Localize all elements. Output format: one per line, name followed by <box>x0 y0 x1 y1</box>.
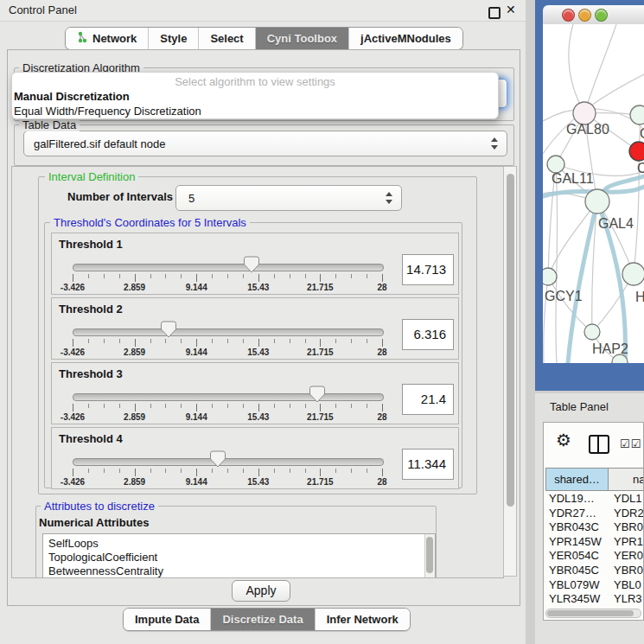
tab-impute-data[interactable]: Impute Data <box>124 609 211 630</box>
tab-style[interactable]: Style <box>149 28 199 49</box>
table-row[interactable]: YIL052CYIL0 <box>544 607 644 608</box>
tick <box>181 339 182 343</box>
table-row[interactable]: YDR27…YDR2 <box>544 507 644 521</box>
cell-name[interactable]: YDL1 <box>607 492 642 507</box>
slider-track[interactable] <box>73 458 384 466</box>
tick <box>119 469 120 473</box>
traffic-light-zoom-icon[interactable] <box>595 9 608 22</box>
threshold-value-field[interactable]: 11.344 <box>402 449 454 480</box>
cell-name[interactable]: YIL0 <box>607 607 637 608</box>
traffic-light-close-icon[interactable] <box>562 9 575 22</box>
table-row[interactable]: YDL19…YDL1 <box>544 492 644 507</box>
table-row[interactable]: YER054CYER0 <box>544 549 644 564</box>
float-window-icon[interactable] <box>488 7 501 19</box>
tab-jactivemnodules[interactable]: jActiveMNodules <box>349 28 462 49</box>
cell-name[interactable]: YBL0 <box>607 578 641 593</box>
apply-button[interactable]: Apply <box>232 580 290 602</box>
tick <box>382 469 383 476</box>
cell-name[interactable]: YDR2 <box>607 507 644 521</box>
tick-label: 9.144 <box>186 348 207 357</box>
tick <box>73 274 73 282</box>
table-row[interactable]: YBR045CYBR0 <box>544 564 644 578</box>
cell-shared-name[interactable]: YBL079W <box>544 578 607 593</box>
table-row[interactable]: YBL079WYBL0 <box>544 578 644 593</box>
attributes-group-title: Attributes to discretize <box>41 500 158 513</box>
tab-infer-network[interactable]: Infer Network <box>316 609 410 630</box>
cell-shared-name[interactable]: YBR043C <box>544 520 607 535</box>
cell-name[interactable]: YPR1 <box>607 535 643 550</box>
popup-item-select-algorithm-to-view-settings[interactable]: Select algorithm to view settings <box>12 74 498 89</box>
network-node[interactable] <box>629 142 644 161</box>
tick <box>135 339 136 347</box>
table-panel-body: ⚙ ☑☑ shared… na YDL19…YDL1YDR27…YDR2YBR0… <box>543 422 644 621</box>
cell-name[interactable]: YBR0 <box>607 520 643 535</box>
table-row[interactable]: YLR345WYLR3 <box>544 592 644 607</box>
tab-discretize-data[interactable]: Discretize Data <box>211 609 315 630</box>
table-row[interactable]: YBR043CYBR0 <box>544 520 644 535</box>
tab-select[interactable]: Select <box>199 28 255 49</box>
columns-icon[interactable] <box>589 435 609 454</box>
attributes-list[interactable]: SelfLoopsTopologicalCoefficientBetweenne… <box>42 533 436 578</box>
checkbox-icons[interactable]: ☑☑ <box>620 437 641 450</box>
network-node[interactable] <box>584 324 600 340</box>
network-node[interactable] <box>543 268 557 285</box>
network-view-window: GAL80GCGAL11GAL4GCY1HHAP2 <box>535 0 644 391</box>
column-header-name[interactable]: na <box>608 468 644 491</box>
scrollbar-thumb[interactable] <box>426 537 433 573</box>
network-canvas[interactable]: GAL80GCGAL11GAL4GCY1HHAP2 <box>543 24 644 363</box>
cell-shared-name[interactable]: YIL052C <box>544 607 607 608</box>
tick <box>382 274 383 282</box>
slider-thumb[interactable] <box>244 256 259 273</box>
slider-track[interactable] <box>73 328 384 336</box>
slider-thumb[interactable] <box>210 450 226 468</box>
network-node[interactable] <box>622 263 644 285</box>
table-row[interactable]: YPR145WYPR1 <box>544 535 644 550</box>
network-node[interactable] <box>630 105 644 124</box>
tick <box>196 404 197 411</box>
popup-item-equal-width-frequency-discretization[interactable]: Equal Width/Frequency Discretization <box>12 104 498 118</box>
vertical-scrollbar[interactable] <box>503 166 517 577</box>
cell-name[interactable]: YLR3 <box>607 592 642 607</box>
cell-shared-name[interactable]: YDL19… <box>544 492 607 507</box>
attribute-item-topologicalcoefficient[interactable]: TopologicalCoefficient <box>43 551 435 564</box>
attributes-list-scrollbar[interactable] <box>424 534 435 577</box>
tab-network[interactable]: Network <box>66 28 149 49</box>
tick <box>150 469 151 473</box>
tick <box>88 339 89 343</box>
threshold-value-field[interactable]: 6.316 <box>402 319 454 350</box>
cell-shared-name[interactable]: YDR27… <box>544 507 607 521</box>
attribute-item-selfloops[interactable]: SelfLoops <box>43 537 435 551</box>
traffic-light-minimize-icon[interactable] <box>578 9 591 22</box>
horizontal-scrollbar[interactable] <box>545 609 641 618</box>
network-node[interactable] <box>585 189 609 214</box>
cell-name[interactable]: YBR0 <box>607 564 643 578</box>
tick <box>181 469 182 473</box>
tab-cyni-toolbox[interactable]: Cyni Toolbox <box>256 28 349 49</box>
popup-item-manual-discretization[interactable]: Manual Discretization <box>12 89 498 104</box>
attribute-item-betweennesscentrality[interactable]: BetweennessCentrality <box>43 564 435 578</box>
tick <box>165 274 166 278</box>
threshold-value-field[interactable]: 14.713 <box>402 254 454 285</box>
network-titlebar[interactable] <box>543 5 644 25</box>
slider-thumb[interactable] <box>309 386 325 403</box>
scrollbar-thumb[interactable] <box>547 610 634 616</box>
close-icon[interactable]: ✕ <box>506 3 516 16</box>
node-label: GAL4 <box>598 216 634 231</box>
cell-name[interactable]: YER0 <box>607 549 643 564</box>
column-header-shared[interactable]: shared… <box>545 468 609 491</box>
network-node[interactable] <box>547 156 564 173</box>
cell-shared-name[interactable]: YPR145W <box>544 535 607 550</box>
tick <box>88 469 89 473</box>
gear-icon[interactable]: ⚙ <box>556 431 571 449</box>
scrollbar-thumb[interactable] <box>507 174 514 507</box>
cell-shared-name[interactable]: YER054C <box>544 549 607 564</box>
slider-thumb[interactable] <box>161 321 176 338</box>
cell-shared-name[interactable]: YBR045C <box>544 564 607 578</box>
slider-track[interactable] <box>73 393 384 401</box>
cell-shared-name[interactable]: YLR345W <box>544 592 607 607</box>
threshold-value-field[interactable]: 21.4 <box>402 384 454 415</box>
table-data-combobox[interactable]: galFiltered.sif default node <box>23 131 507 156</box>
slider-track[interactable] <box>73 264 384 271</box>
tick <box>135 469 136 476</box>
number-of-intervals-combobox[interactable]: 5 <box>175 185 402 211</box>
